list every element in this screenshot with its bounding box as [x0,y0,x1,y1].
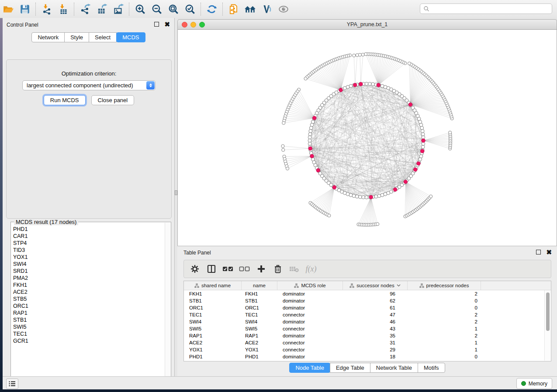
tab-select[interactable]: Select [89,32,117,42]
table-cell[interactable]: 0 [408,354,481,359]
tab-edge-table[interactable]: Edge Table [330,363,370,373]
list-item[interactable]: PHD1 [13,226,165,233]
add-column-button[interactable] [254,261,269,276]
run-mcds-button[interactable]: Run MCDS [44,95,86,105]
list-item[interactable]: GCR1 [13,337,165,344]
export-network-button[interactable] [77,2,93,17]
delete-column-button[interactable] [270,261,285,276]
mcds-result-list[interactable]: PHD1CAR1STP4TID3YOX1SWI4SRD1PMA2FKH1ACE2… [11,226,165,384]
table-row[interactable]: STB1STB1dominator620 [184,297,551,304]
table-cell[interactable]: 0 [408,305,481,310]
list-item[interactable]: CAR1 [13,233,165,240]
table-row[interactable]: SWI5SWI5connector431 [184,325,551,332]
table-cell[interactable]: 31 [343,340,408,345]
table-cell[interactable]: 62 [343,298,408,303]
table-cell[interactable]: 2 [408,312,481,317]
refresh-layout-button[interactable] [204,2,220,17]
open-file-button[interactable] [0,2,17,17]
table-cell[interactable]: PHD1 [242,354,277,359]
tab-motifs[interactable]: Motifs [418,363,445,373]
column-header-predecessor-nodes[interactable]: predecessor nodes [408,281,481,290]
float-panel-icon[interactable] [154,22,159,27]
table-cell[interactable]: connector [277,312,343,317]
table-cell[interactable]: FKH1 [184,291,242,296]
table-row[interactable]: RAP1RAP1dominator352 [184,332,551,339]
search-input[interactable] [429,5,552,12]
table-cell[interactable]: 96 [343,291,408,296]
zoom-fit-button[interactable] [165,2,182,17]
list-item[interactable]: SWI5 [13,323,165,330]
table-cell[interactable]: 0 [408,298,481,303]
table-cell[interactable]: SWI5 [184,326,242,331]
table-cell[interactable]: STB1 [184,298,242,303]
task-history-button[interactable] [6,378,18,389]
mcds-list-scrollbar[interactable] [165,223,170,384]
close-table-panel-icon[interactable]: ✖ [546,250,552,254]
search-field[interactable] [420,3,552,14]
table-cell[interactable]: SWI4 [184,319,242,324]
table-cell[interactable]: 29 [343,347,408,352]
network-graph[interactable] [178,30,557,245]
column-header-shared-name[interactable]: shared name [184,281,242,290]
table-cell[interactable]: YOX1 [242,347,277,352]
network-canvas[interactable] [177,30,557,246]
table-cell[interactable]: ORC1 [242,305,277,310]
table-scrollbar-thumb[interactable] [546,292,550,331]
float-table-panel-icon[interactable] [536,250,541,254]
home-views-button[interactable] [242,2,259,17]
table-options-button[interactable] [187,261,202,276]
list-item[interactable]: SWI4 [13,261,165,268]
table-cell[interactable]: STB1 [242,298,277,303]
table-row[interactable]: TEC1TEC1connector472 [184,311,551,318]
table-cell[interactable]: dominator [277,291,343,296]
table-cell[interactable]: 1 [408,347,481,352]
table-cell[interactable]: 43 [343,326,408,331]
table-cell[interactable]: RAP1 [242,333,277,338]
list-item[interactable]: STP4 [13,240,165,247]
tab-network-table[interactable]: Network Table [370,363,418,373]
list-item[interactable]: TID3 [13,247,165,254]
table-cell[interactable]: dominator [277,305,343,310]
list-item[interactable]: ACE2 [13,289,165,296]
close-window-icon[interactable] [182,22,187,28]
list-item[interactable]: RAP1 [13,309,165,316]
zoom-selected-button[interactable] [182,2,198,17]
list-item[interactable]: YOX1 [13,254,165,261]
close-panel-icon[interactable]: ✖ [164,22,170,26]
tab-style[interactable]: Style [64,32,89,42]
tab-network[interactable]: Network [31,32,65,42]
optimization-criterion-dropdown[interactable]: largest connected component (undirected) [22,80,156,90]
zoom-in-button[interactable] [132,2,149,17]
import-network-button[interactable] [38,2,55,17]
table-cell[interactable]: FKH1 [242,291,277,296]
column-header-successor-nodes[interactable]: successor nodes [343,281,408,290]
table-cell[interactable]: 2 [408,333,481,338]
minimize-window-icon[interactable] [190,22,196,28]
table-cell[interactable]: 35 [343,333,408,338]
table-cell[interactable]: dominator [277,319,343,324]
share-document-button[interactable] [225,2,242,17]
table-cell[interactable]: TEC1 [184,312,242,317]
import-table-button[interactable] [55,2,72,17]
memory-button[interactable]: Memory [516,378,552,389]
column-header-MCDS-role[interactable]: MCDS role [277,281,343,290]
table-cell[interactable]: connector [277,347,343,352]
table-body[interactable]: FKH1FKH1dominator962STB1STB1dominator620… [184,290,551,360]
zoom-out-button[interactable] [149,2,165,17]
close-panel-button[interactable]: Close panel [91,95,135,105]
table-cell[interactable]: dominator [277,333,343,338]
table-scrollbar[interactable] [544,290,550,361]
list-item[interactable]: STB1 [13,316,165,323]
table-cell[interactable]: PHD1 [184,354,242,359]
hide-eye-button[interactable] [275,2,292,17]
list-item[interactable]: STB5 [13,296,165,303]
list-item[interactable]: TEC1 [13,330,165,337]
table-row[interactable]: ORC1ORC1dominator610 [184,304,551,311]
vizmapper-button[interactable] [259,2,275,17]
list-item[interactable]: SRD1 [13,268,165,275]
tab-mcds[interactable]: MCDS [116,32,145,42]
maximize-window-icon[interactable] [199,22,205,28]
tab-node-table[interactable]: Node Table [289,363,330,373]
table-row[interactable]: SWI4SWI4dominator462 [184,318,551,325]
table-cell[interactable]: YOX1 [184,347,242,352]
